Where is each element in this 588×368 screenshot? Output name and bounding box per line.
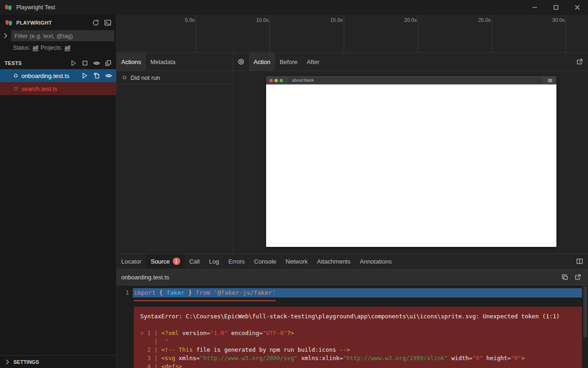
tab-after[interactable]: After — [302, 53, 324, 71]
copy-source-icon[interactable] — [561, 273, 568, 281]
settings-section[interactable]: SETTINGS — [0, 355, 116, 368]
tests-title: TESTS — [5, 60, 70, 66]
error-frame-line: 2 | <!-- This file is generated by npm r… — [140, 346, 575, 354]
browser-tab-title: about:blank — [292, 78, 314, 83]
error-message: SyntaxError: C:\Courses\EpicWeb\full-sta… — [140, 312, 575, 321]
tab-errors[interactable]: Errors — [224, 254, 249, 269]
tab-locator[interactable]: Locator — [117, 254, 146, 269]
tab-label: Source — [150, 258, 170, 265]
timeline-tick-label: 15.0s — [330, 17, 343, 23]
watch-test-icon[interactable] — [105, 72, 112, 79]
sidebar-title: PLAYWRIGHT — [16, 20, 89, 26]
tab-label: Attachments — [317, 258, 350, 265]
sidebar: PLAYWRIGHT Status: all Projects: all TES… — [0, 15, 117, 368]
timeline-tick: 10.0s — [269, 15, 270, 52]
test-status-icon — [13, 73, 18, 78]
tab-source[interactable]: Source1 — [146, 254, 184, 269]
error-frame-line: 4 | <defs> — [140, 362, 575, 368]
status-filter-all[interactable]: all — [33, 45, 38, 51]
details-panel: LocatorSource1CallLogErrorsConsoleNetwor… — [117, 254, 588, 368]
traffic-light-maximize-icon — [280, 79, 283, 82]
syntax-error-block: SyntaxError: C:\Courses\EpicWeb\full-sta… — [134, 307, 582, 368]
tab-label: Annotations — [360, 258, 392, 265]
timeline-tick-label: 10.0s — [256, 17, 268, 23]
tab-metadata[interactable]: Metadata — [146, 53, 180, 71]
snapshot-area: about:blank — [233, 71, 588, 253]
collapse-all-icon[interactable] — [105, 59, 112, 67]
timeline-tick: 20.0s — [418, 15, 418, 52]
tab-console[interactable]: Console — [249, 254, 281, 269]
status-label: Status: — [13, 45, 30, 51]
main-content: 5.0s10.0s15.0s20.0s25.0s30.0s ActionsMet… — [117, 15, 588, 368]
toggle-output-icon[interactable] — [104, 19, 111, 26]
tab-attachments[interactable]: Attachments — [312, 254, 355, 269]
browser-tab: about:blank — [288, 77, 543, 84]
tab-actions[interactable]: Actions — [117, 53, 146, 71]
error-frame-line: > 1 | <?xml version="1.0" encoding="UTF-… — [140, 329, 575, 337]
tests-header: TESTS — [0, 57, 116, 69]
traffic-light-close-icon — [269, 79, 273, 82]
close-button[interactable] — [567, 0, 588, 15]
error-count-badge: 1 — [173, 258, 180, 265]
timeline-tick: 15.0s — [344, 15, 344, 52]
test-row-onboarding.test.ts[interactable]: onboarding.test.ts — [0, 69, 116, 82]
timeline-tick-label: 30.0s — [552, 17, 565, 23]
tab-call[interactable]: Call — [185, 254, 204, 269]
run-test-icon[interactable] — [81, 72, 88, 79]
playwright-logo-icon — [5, 19, 13, 27]
browser-menu-icon[interactable] — [547, 77, 553, 84]
browser-chrome: about:blank — [266, 76, 556, 84]
split-view-icon[interactable] — [576, 258, 583, 265]
titlebar: Playwright Test — [0, 0, 588, 15]
source-code-line: 1import { faker } from '@faker-js/faker' — [117, 288, 588, 297]
source-file-name: onboarding.test.ts — [121, 274, 169, 281]
tab-label: Network — [286, 258, 308, 265]
tab-before[interactable]: Before — [275, 53, 302, 71]
scrollbar-thumb[interactable] — [583, 286, 587, 337]
timeline-tick: 25.0s — [492, 15, 492, 52]
projects-filter-all[interactable]: all — [65, 45, 70, 51]
traffic-light-minimize-icon — [274, 79, 278, 82]
minimize-button[interactable] — [524, 0, 545, 15]
tab-label: Metadata — [150, 58, 176, 65]
test-row-search.test.ts[interactable]: search.test.ts — [0, 82, 116, 95]
window-title: Playwright Test — [16, 4, 524, 11]
tab-log[interactable]: Log — [204, 254, 224, 269]
stop-icon[interactable] — [81, 59, 89, 67]
tab-label: Log — [209, 258, 219, 265]
maximize-button[interactable] — [545, 0, 567, 15]
tab-label: Actions — [121, 58, 141, 65]
projects-label: Projects: — [40, 45, 62, 51]
playwright-logo-icon — [4, 3, 13, 12]
chevron-right-icon[interactable] — [1, 32, 10, 39]
error-squiggle — [134, 297, 276, 301]
tab-annotations[interactable]: Annotations — [355, 254, 397, 269]
open-source-external-icon[interactable] — [574, 273, 581, 281]
sidebar-header: PLAYWRIGHT — [0, 16, 116, 30]
line-number: 1 — [117, 288, 133, 297]
source-view: 1import { faker } from '@faker-js/faker'… — [117, 285, 588, 368]
filter-row — [0, 30, 116, 42]
playwright-test-window: Playwright Test PLAYWRIGHT Status: all — [0, 0, 588, 368]
copy-file-icon[interactable] — [93, 72, 100, 79]
timeline-tick: 30.0s — [566, 15, 566, 52]
reload-tests-icon[interactable] — [92, 19, 99, 26]
timeline[interactable]: 5.0s10.0s15.0s20.0s25.0s30.0s — [117, 15, 588, 53]
run-all-icon[interactable] — [70, 59, 77, 67]
pick-locator-icon[interactable] — [237, 58, 245, 65]
test-status-icon — [13, 86, 18, 91]
source-line-content: import { faker } from '@faker-js/faker' — [133, 288, 582, 297]
did-not-run-label: Did not run — [131, 74, 160, 81]
snapshot-panel: ActionBeforeAfter about:blank — [233, 53, 588, 253]
source-toolbar: onboarding.test.ts — [117, 269, 588, 285]
tab-network[interactable]: Network — [281, 254, 313, 269]
watch-all-icon[interactable] — [93, 59, 100, 67]
filter-input[interactable] — [11, 30, 114, 41]
chevron-right-icon — [4, 358, 11, 366]
tab-label: Before — [280, 58, 297, 65]
actions-panel: ActionsMetadata Did not run — [117, 53, 233, 253]
tab-action[interactable]: Action — [249, 53, 275, 71]
tab-label: Call — [189, 258, 200, 265]
minimize-icon — [531, 4, 538, 11]
open-snapshot-external-icon[interactable] — [576, 58, 583, 65]
